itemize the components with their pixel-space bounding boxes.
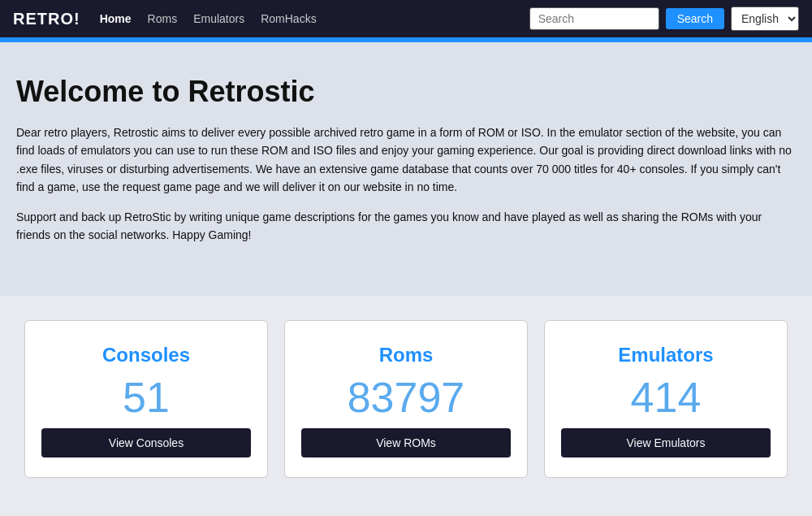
hero-title: Welcome to Retrostic bbox=[16, 75, 796, 109]
nav-right: Search English bbox=[529, 7, 799, 31]
nav-item-roms[interactable]: Roms bbox=[148, 11, 178, 26]
hero-paragraph-2: Support and back up RetroStic by writing… bbox=[16, 208, 796, 245]
logo-retro: RETRO bbox=[13, 10, 74, 28]
nav-link-roms[interactable]: Roms bbox=[148, 12, 178, 25]
hero-section: Welcome to Retrostic Dear retro players,… bbox=[0, 42, 812, 296]
view-emulators-button[interactable]: View Emulators bbox=[561, 428, 771, 457]
cards-section: Consoles 51 View Consoles Roms 83797 Vie… bbox=[0, 296, 812, 510]
language-select[interactable]: English bbox=[731, 7, 799, 31]
card-consoles-title: Consoles bbox=[102, 344, 190, 366]
search-button[interactable]: Search bbox=[666, 8, 724, 29]
view-roms-button[interactable]: View ROMs bbox=[301, 428, 511, 457]
card-consoles-number: 51 bbox=[123, 376, 170, 418]
site-logo[interactable]: RETRO! bbox=[13, 10, 80, 28]
nav-item-emulators[interactable]: Emulators bbox=[193, 11, 244, 26]
card-roms: Roms 83797 View ROMs bbox=[284, 320, 528, 478]
card-emulators-number: 414 bbox=[631, 376, 702, 418]
navbar: RETRO! Home Roms Emulators RomHacks Sear… bbox=[0, 0, 812, 37]
nav-links: Home Roms Emulators RomHacks bbox=[100, 11, 529, 26]
card-emulators: Emulators 414 View Emulators bbox=[544, 320, 788, 478]
card-roms-title: Roms bbox=[379, 344, 434, 366]
search-input[interactable] bbox=[529, 7, 659, 30]
nav-link-romhacks[interactable]: RomHacks bbox=[261, 12, 316, 25]
logo-exclaim: ! bbox=[74, 10, 80, 28]
nav-link-home[interactable]: Home bbox=[100, 12, 132, 25]
view-consoles-button[interactable]: View Consoles bbox=[41, 428, 251, 457]
card-roms-number: 83797 bbox=[348, 376, 465, 418]
card-consoles: Consoles 51 View Consoles bbox=[24, 320, 268, 478]
nav-link-emulators[interactable]: Emulators bbox=[193, 12, 244, 25]
nav-item-home[interactable]: Home bbox=[100, 11, 132, 26]
card-emulators-title: Emulators bbox=[618, 344, 713, 366]
hero-paragraph-1: Dear retro players, Retrostic aims to de… bbox=[16, 124, 796, 197]
nav-item-romhacks[interactable]: RomHacks bbox=[261, 11, 316, 26]
